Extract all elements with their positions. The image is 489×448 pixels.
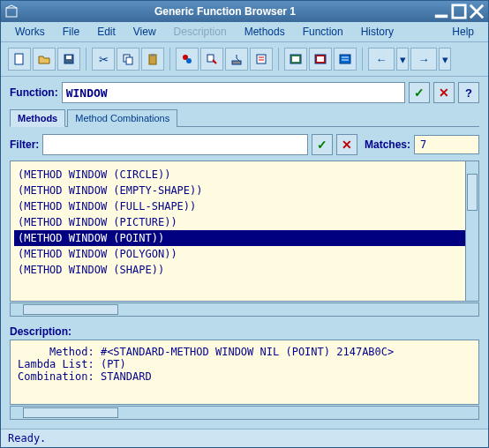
forward-dropdown-button[interactable]: ▾ [439, 48, 451, 71]
description-box: Method: #<STANDARD-METHOD WINDOW NIL (PO… [10, 340, 479, 405]
menu-description: Description [165, 24, 236, 40]
list-item[interactable]: (METHOD WINDOW (PICTURE)) [14, 214, 475, 230]
tool-1-button[interactable] [176, 48, 199, 71]
filter-cancel-button[interactable]: ✕ [336, 134, 357, 155]
list-vscrollbar[interactable] [465, 161, 478, 301]
matches-label: Matches: [365, 138, 410, 151]
list-item[interactable]: (METHOD WINDOW (FULL-SHAPE)) [14, 198, 475, 214]
new-button[interactable] [8, 48, 31, 71]
list-item[interactable]: (METHOD WINDOW (SHAPE)) [14, 262, 475, 278]
menu-function[interactable]: Function [294, 24, 352, 40]
view-3-button[interactable] [334, 48, 357, 71]
back-button[interactable]: ← [368, 48, 395, 71]
svg-rect-9 [151, 54, 154, 56]
function-label: Function: [10, 86, 58, 99]
menu-works[interactable]: Works [6, 24, 54, 40]
forward-button[interactable]: → [410, 48, 437, 71]
copy-button[interactable] [117, 48, 139, 71]
minimize-button[interactable] [433, 4, 449, 19]
list-hscrollbar[interactable] [10, 302, 479, 317]
menu-help[interactable]: Help [443, 24, 483, 40]
status-text: Ready. [8, 432, 46, 444]
save-button[interactable] [57, 48, 80, 71]
statusbar: Ready. [1, 429, 488, 447]
inspect-button[interactable] [225, 48, 248, 71]
function-input[interactable] [62, 82, 405, 103]
svg-rect-7 [126, 57, 132, 64]
app-window: Generic Function Browser 1 Works File Ed… [0, 0, 489, 448]
svg-rect-13 [232, 61, 241, 64]
methods-list[interactable]: (METHOD WINDOW (CIRCLE))(METHOD WINDOW (… [10, 161, 479, 302]
toolbar: ✂ ← ▾ → ▾ [1, 42, 488, 77]
maximize-button[interactable] [451, 4, 467, 19]
window-title: Generic Function Browser 1 [19, 5, 432, 18]
svg-rect-5 [66, 56, 71, 59]
tab-method-combinations[interactable]: Method Combinations [67, 109, 177, 127]
cut-button[interactable]: ✂ [92, 48, 115, 71]
list-item[interactable]: (METHOD WINDOW (CIRCLE)) [14, 167, 475, 183]
open-button[interactable] [33, 48, 56, 71]
svg-point-11 [186, 58, 192, 63]
titlebar: Generic Function Browser 1 [1, 1, 488, 22]
content-area: Function: ✓ ✕ ? Methods Method Combinati… [1, 77, 488, 429]
list-item[interactable]: (METHOD WINDOW (POLYGON)) [14, 246, 475, 262]
menu-edit[interactable]: Edit [88, 24, 124, 40]
function-help-button[interactable]: ? [458, 82, 479, 103]
filter-label: Filter: [10, 138, 39, 151]
matches-value: 7 [414, 135, 479, 154]
view-1-button[interactable] [284, 48, 307, 71]
tab-methods[interactable]: Methods [10, 109, 65, 127]
function-accept-button[interactable]: ✓ [409, 82, 430, 103]
tool-2-button[interactable] [200, 48, 223, 71]
tabs: Methods Method Combinations [10, 108, 479, 127]
view-2-button[interactable] [309, 48, 332, 71]
filter-accept-button[interactable]: ✓ [312, 134, 333, 155]
list-item[interactable]: (METHOD WINDOW (EMPTY-SHAPE)) [14, 183, 475, 198]
svg-rect-14 [257, 55, 266, 63]
svg-rect-1 [435, 15, 448, 19]
svg-rect-18 [317, 56, 324, 62]
list-item[interactable]: (METHOD WINDOW (POINT)) [14, 230, 475, 246]
app-icon [4, 4, 19, 19]
menu-view[interactable]: View [124, 24, 165, 40]
filter-input[interactable] [42, 134, 308, 155]
svg-rect-16 [292, 56, 299, 62]
filter-row: Filter: ✓ ✕ Matches: 7 [10, 134, 479, 155]
svg-rect-0 [6, 8, 17, 17]
description-label: Description: [10, 325, 479, 338]
svg-rect-19 [340, 55, 350, 63]
back-dropdown-button[interactable]: ▾ [396, 48, 409, 71]
svg-rect-3 [15, 54, 23, 64]
menu-history[interactable]: History [352, 24, 402, 40]
svg-rect-2 [453, 5, 465, 18]
function-row: Function: ✓ ✕ ? [10, 82, 479, 103]
function-cancel-button[interactable]: ✕ [433, 82, 455, 103]
description-hscrollbar[interactable] [10, 406, 479, 420]
menubar: Works File Edit View Description Methods… [1, 22, 488, 42]
tool-4-button[interactable] [250, 48, 273, 71]
menu-file[interactable]: File [54, 24, 88, 40]
paste-button[interactable] [141, 48, 164, 71]
menu-methods[interactable]: Methods [236, 24, 294, 40]
close-button[interactable] [469, 4, 485, 19]
